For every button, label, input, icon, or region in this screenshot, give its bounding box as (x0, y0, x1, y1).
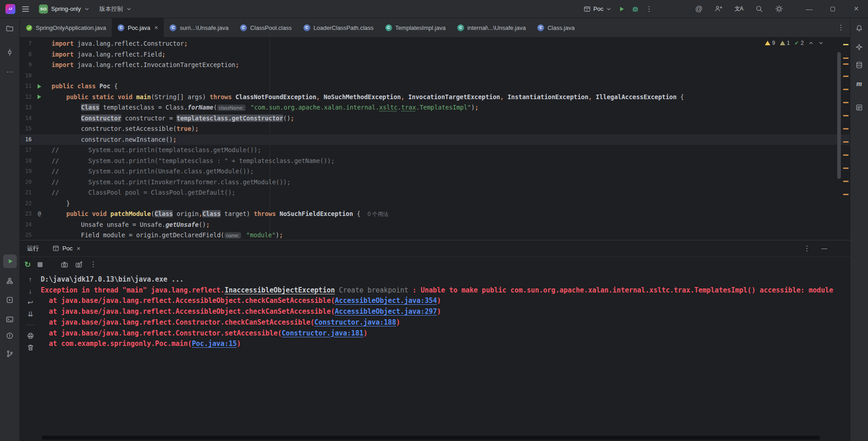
clear-console-icon[interactable] (25, 342, 36, 353)
stack-trace-link[interactable]: AccessibleObject.java:297 (335, 307, 437, 316)
code-line[interactable]: 15 constructor.setAccessible(true); (20, 124, 850, 134)
stripe-warning-mark[interactable] (843, 168, 849, 169)
tab-templatesimpl-java[interactable]: CTemplatesImpl.java (379, 18, 451, 37)
line-number[interactable]: 21 (20, 187, 32, 198)
stripe-warning-mark[interactable] (843, 128, 849, 129)
line-number[interactable]: 24 (20, 220, 32, 230)
code-line[interactable]: 20// System.out.print(InvokerTransformer… (20, 177, 850, 188)
translate-icon[interactable]: 文A (735, 5, 743, 13)
code-line[interactable]: 8import java.lang.reflect.Field; (20, 49, 850, 60)
run-more-icon[interactable]: ⋮ (803, 245, 811, 252)
stripe-warning-mark[interactable] (843, 141, 849, 143)
line-number[interactable]: 12 (20, 92, 32, 103)
stripe-warning-mark[interactable] (843, 194, 849, 195)
terminal-tool-button[interactable] (3, 312, 17, 326)
search-icon[interactable] (755, 5, 763, 13)
problems-tool-button[interactable] (3, 329, 17, 342)
stack-trace-link[interactable]: Constructor.java:181 (282, 329, 364, 337)
editor-scrollbar[interactable] (837, 52, 841, 179)
line-number[interactable]: 9 (20, 60, 32, 71)
ai-assistant-button[interactable] (853, 40, 866, 54)
close-button[interactable]: × (844, 0, 868, 18)
main-menu-button[interactable] (19, 2, 32, 16)
close-run-tab-icon[interactable]: × (76, 245, 80, 252)
prev-frame-icon[interactable]: ↑ (25, 273, 36, 284)
more-tool-windows-button[interactable]: … (3, 63, 17, 77)
code-line[interactable]: 11public class Poc { (20, 81, 850, 92)
code-line[interactable]: 12 public static void main(String[] args… (20, 92, 850, 103)
stack-trace-link[interactable]: AccessibleObject.java:354 (335, 297, 437, 305)
line-number[interactable]: 19 (20, 166, 32, 177)
soft-wrap-icon[interactable]: ↩ (25, 297, 36, 308)
stripe-warning-mark[interactable] (843, 115, 849, 116)
run-tab[interactable]: Poc × (52, 245, 81, 252)
project-tool-button[interactable] (3, 21, 17, 35)
stripe-warning-mark[interactable] (843, 102, 849, 103)
next-frame-icon[interactable]: ↓ (25, 285, 36, 296)
code-line[interactable]: 10 (20, 71, 850, 81)
close-tab-icon[interactable]: × (154, 24, 158, 31)
line-number[interactable]: 15 (20, 124, 32, 134)
toolbar-more-icon[interactable]: ⋮ (90, 261, 97, 268)
annotation-gutter-icon[interactable]: @ (32, 209, 47, 220)
project-widget[interactable]: SO Spring-only (36, 2, 93, 16)
rerun-icon[interactable]: ↻ (24, 261, 31, 268)
stripe-warning-mark[interactable] (843, 181, 849, 182)
usages-inlay-hint[interactable]: 0 个用法 (368, 211, 389, 217)
print-icon[interactable] (25, 330, 36, 341)
tab-class-java[interactable]: CClass.java (531, 18, 580, 37)
hide-panel-icon[interactable]: — (821, 245, 827, 251)
stop-icon[interactable] (38, 262, 43, 267)
run-button[interactable] (618, 5, 625, 13)
maven-button[interactable]: m (853, 77, 866, 91)
structure-tool-button[interactable] (3, 274, 17, 288)
run-line-icon[interactable] (32, 92, 47, 103)
code-line[interactable]: 24 Unsafe unsafe = Unsafe.getUnsafe(); (20, 220, 850, 230)
scroll-to-end-icon[interactable]: ⇊ (25, 309, 36, 320)
tab-poc-java[interactable]: CPoc.java× (112, 18, 164, 37)
line-number[interactable]: 22 (20, 198, 32, 209)
version-control-tool-button[interactable] (3, 347, 17, 360)
stripe-warning-mark[interactable] (843, 58, 849, 59)
run-config-selector[interactable]: Poc (583, 5, 612, 13)
code-line[interactable]: 16 constructor.newInstance(); (20, 134, 850, 145)
code-line[interactable]: 23@ public void patchModule(Class origin… (20, 209, 850, 220)
weak-warnings-count[interactable]: 1 (780, 40, 790, 46)
code-line[interactable]: 22 } (20, 198, 850, 209)
stripe-warning-mark[interactable] (843, 89, 849, 90)
tab-springonlyapplication-java[interactable]: SpringOnlyApplication.java (20, 18, 112, 37)
code-line[interactable]: 21// ClassPool pool = ClassPool.getDefau… (20, 187, 850, 198)
services-tool-button[interactable] (3, 293, 17, 307)
prev-problem-icon[interactable] (808, 40, 814, 46)
tab-loaderclasspath-class[interactable]: CLoaderClassPath.class (298, 18, 379, 37)
warnings-count[interactable]: 9 (765, 40, 775, 46)
settings-gear-icon[interactable] (775, 5, 783, 13)
console-hscrollbar[interactable] (42, 436, 820, 440)
code-line[interactable]: 19// System.out.println(Unsafe.class.get… (20, 166, 850, 177)
line-number[interactable]: 10 (20, 71, 32, 81)
screenshot-plus-icon[interactable] (75, 261, 83, 268)
ai-at-icon[interactable]: @ (695, 5, 702, 13)
stack-trace-link[interactable]: Poc.java:15 (192, 340, 237, 348)
passed-count[interactable]: ✓2 (794, 40, 804, 46)
code-line[interactable]: 17// System.out.println(templatesclass.g… (20, 145, 850, 156)
vcs-widget[interactable]: 版本控制 (96, 2, 135, 16)
stack-trace-link[interactable]: InaccessibleObjectException (224, 286, 335, 294)
code-line[interactable]: 14 Constructor constructor = templatescl… (20, 113, 850, 124)
run-tool-button[interactable] (3, 254, 17, 268)
code-line[interactable]: 25 Field module = origin.getDeclaredFiel… (20, 230, 850, 240)
code-with-me-icon[interactable] (715, 5, 722, 13)
code-line[interactable]: 7import java.lang.reflect.Constructor; (20, 38, 850, 49)
line-number[interactable]: 14 (20, 113, 32, 124)
tab-classpool-class[interactable]: CClassPool.class (234, 18, 298, 37)
tab-options-icon[interactable]: ⋮ (837, 24, 844, 31)
console-output[interactable]: D:\java\jdk17.0.13\bin\java.exe ...Excep… (41, 272, 850, 441)
stripe-warning-mark[interactable] (843, 154, 849, 156)
debug-button[interactable] (631, 5, 639, 13)
line-number[interactable]: 23 (20, 209, 32, 220)
more-actions-icon[interactable]: ⋮ (645, 5, 653, 13)
stack-trace-link[interactable]: Constructor.java:188 (314, 318, 396, 326)
code-line[interactable]: 18// System.out.println("templatesclass … (20, 156, 850, 167)
tab-internal-unsafe-java[interactable]: Cinternal\...\Unsafe.java (451, 18, 531, 37)
line-number[interactable]: 8 (20, 49, 32, 60)
